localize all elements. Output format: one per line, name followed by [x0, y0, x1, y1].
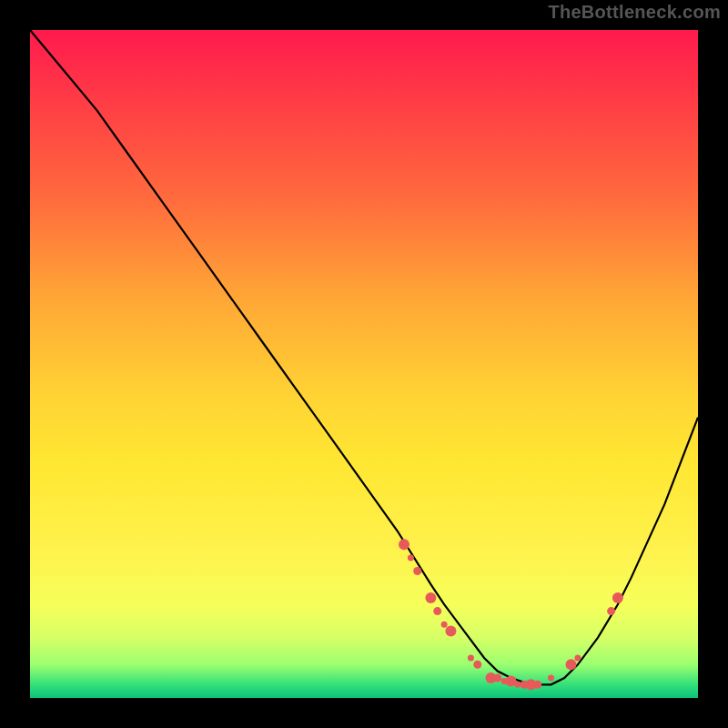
data-point: [425, 592, 436, 603]
data-point: [533, 681, 541, 689]
data-point: [473, 661, 481, 669]
data-point: [566, 659, 577, 670]
data-point: [413, 567, 421, 575]
data-point: [399, 539, 410, 550]
chart-svg: [30, 30, 698, 698]
watermark-text: TheBottleneck.com: [548, 2, 721, 23]
data-points: [399, 539, 623, 690]
data-point: [548, 675, 554, 682]
data-point: [612, 592, 623, 603]
data-point: [433, 607, 441, 615]
data-point: [514, 682, 521, 688]
data-point: [574, 655, 581, 662]
data-point: [441, 622, 448, 628]
chart-frame: TheBottleneck.com: [0, 0, 728, 728]
data-point: [408, 554, 414, 561]
data-point: [468, 655, 474, 662]
data-point: [445, 626, 456, 637]
bottleneck-curve: [30, 30, 698, 684]
plot-area: [30, 30, 698, 698]
data-point: [607, 607, 615, 615]
data-point: [493, 674, 501, 682]
